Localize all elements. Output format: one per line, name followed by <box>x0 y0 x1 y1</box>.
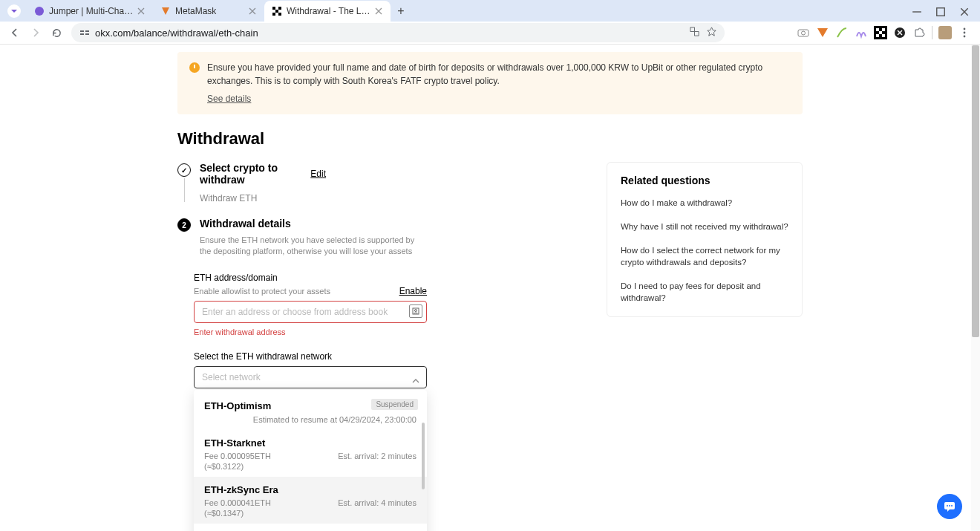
step-badge-done-icon <box>177 163 191 177</box>
related-questions-card: Related questions How do I make a withdr… <box>607 162 803 317</box>
network-placeholder: Select network <box>202 372 261 382</box>
chrome-tabstrip: Jumper | Multi-Chain Bridg MetaMask With… <box>0 0 980 22</box>
network-option-starknet[interactable]: ETH-Starknet Fee 0.000095ETH Est. arriva… <box>194 430 427 477</box>
step2-title: Withdrawal details <box>200 218 291 229</box>
svg-point-21 <box>964 28 966 30</box>
related-question[interactable]: Why have I still not received my withdra… <box>621 221 788 232</box>
svg-rect-11 <box>798 30 808 36</box>
profile-avatar[interactable] <box>938 26 952 39</box>
metamask-favicon-icon <box>160 6 171 16</box>
address-label: ETH address/domain <box>194 273 427 283</box>
svg-rect-17 <box>876 34 879 37</box>
svg-rect-7 <box>80 30 84 32</box>
dropdown-scrollbar[interactable] <box>422 423 425 489</box>
network-fee-usd: (≈$0.3122) <box>204 462 416 471</box>
maximize-icon[interactable] <box>935 7 946 17</box>
chrome-toolbar: okx.com/balance/withdrawal/eth-chain <box>0 22 980 45</box>
network-name: ETH-Starknet <box>204 437 265 449</box>
address-error: Enter withdrawal address <box>194 328 427 336</box>
network-name: ETH-zkSync Era <box>204 484 278 495</box>
new-tab-button[interactable]: + <box>391 1 411 22</box>
chevron-up-icon <box>412 374 419 382</box>
network-dropdown: ETH-Optimism Suspended Estimated to resu… <box>194 390 427 531</box>
address-book-icon[interactable] <box>409 304 422 318</box>
close-icon[interactable] <box>374 7 383 16</box>
url-text: okx.com/balance/withdrawal/eth-chain <box>95 27 258 39</box>
ext-grid-icon[interactable] <box>855 26 868 39</box>
svg-rect-18 <box>882 34 885 37</box>
step-select-crypto: Select crypto to withdraw Edit Withdraw … <box>177 162 326 203</box>
step2-description: Ensure the ETH network you have selected… <box>200 235 425 258</box>
tab-metamask[interactable]: MetaMask <box>153 1 264 22</box>
scrollbar-thumb[interactable] <box>972 45 979 337</box>
svg-rect-20 <box>938 26 952 39</box>
allowlist-hint: Enable allowlist to protect your assets <box>194 287 330 296</box>
notice-text: Ensure you have provided your full name … <box>207 62 762 86</box>
ext-camera-icon[interactable] <box>797 26 810 39</box>
see-details-link[interactable]: See details <box>207 92 251 105</box>
site-settings-icon[interactable] <box>79 27 91 39</box>
chat-support-button[interactable] <box>937 494 962 519</box>
related-question[interactable]: Do I need to pay fees for deposit and wi… <box>621 280 788 304</box>
close-window-icon[interactable] <box>959 7 970 17</box>
svg-point-12 <box>802 31 806 35</box>
page-title: Withdrawal <box>177 129 803 149</box>
translate-icon[interactable] <box>689 26 700 39</box>
step1-subtitle: Withdraw ETH <box>200 193 326 203</box>
svg-rect-5 <box>278 13 281 16</box>
address-field-block: ETH address/domain Enable allowlist to p… <box>194 273 427 336</box>
close-icon[interactable] <box>137 7 146 16</box>
extension-icons <box>797 26 976 39</box>
tab-title: Jumper | Multi-Chain Bridg <box>49 6 134 16</box>
back-button[interactable] <box>4 22 25 43</box>
network-option-zksync[interactable]: ETH-zkSync Era Fee 0.000041ETH Est. arri… <box>194 477 427 524</box>
window-controls <box>912 7 980 17</box>
tab-title: MetaMask <box>175 6 245 16</box>
related-question[interactable]: How do I select the correct network for … <box>621 244 788 268</box>
edit-crypto-link[interactable]: Edit <box>310 169 326 179</box>
address-input[interactable] <box>194 301 427 323</box>
ext-circle-icon[interactable] <box>893 26 906 39</box>
minimize-icon[interactable] <box>912 7 922 17</box>
compliance-notice: Ensure you have provided your full name … <box>177 52 803 114</box>
svg-point-23 <box>964 36 966 38</box>
svg-rect-1 <box>272 7 275 10</box>
browser-menu-icon[interactable] <box>7 4 21 18</box>
star-icon[interactable] <box>706 26 717 39</box>
forward-button[interactable] <box>25 22 46 43</box>
network-option-base[interactable]: ETH-Base <box>194 524 427 531</box>
network-name: ETH-Optimism <box>204 400 271 411</box>
svg-rect-10 <box>85 33 89 35</box>
resume-text: Estimated to resume at 04/29/2024, 23:00… <box>204 415 416 424</box>
network-option-optimism[interactable]: ETH-Optimism Suspended Estimated to resu… <box>194 393 427 430</box>
svg-rect-14 <box>876 28 879 31</box>
tab-jumper[interactable]: Jumper | Multi-Chain Bridg <box>27 1 153 22</box>
tab-title: Withdrawal - The Leading C <box>287 6 371 16</box>
chrome-menu-icon[interactable] <box>958 26 971 39</box>
svg-rect-15 <box>882 28 885 31</box>
reload-button[interactable] <box>46 22 67 43</box>
ext-metamask-icon[interactable] <box>816 26 829 39</box>
svg-rect-4 <box>272 13 275 16</box>
network-fee: Fee 0.000095ETH <box>204 452 271 460</box>
related-title: Related questions <box>621 175 788 186</box>
page-content: Ensure you have provided your full name … <box>0 45 980 531</box>
scrollbar-track[interactable] <box>971 45 980 531</box>
ext-okx-icon[interactable] <box>874 26 887 39</box>
okx-favicon-icon <box>272 6 282 16</box>
svg-rect-2 <box>278 7 281 10</box>
network-arrival: Est. arrival: 4 minutes <box>338 498 416 507</box>
svg-rect-9 <box>80 33 84 35</box>
address-bar[interactable]: okx.com/balance/withdrawal/eth-chain <box>71 23 725 42</box>
tab-withdrawal[interactable]: Withdrawal - The Leading C <box>264 1 391 22</box>
network-select[interactable]: Select network <box>194 366 427 388</box>
svg-point-25 <box>415 309 417 311</box>
step-connector <box>184 178 185 202</box>
related-question[interactable]: How do I make a withdrawal? <box>621 197 788 209</box>
close-icon[interactable] <box>248 7 257 16</box>
ext-quill-icon[interactable] <box>835 26 849 39</box>
enable-allowlist-link[interactable]: Enable <box>399 286 427 296</box>
ext-puzzle-icon[interactable] <box>912 26 926 39</box>
svg-rect-8 <box>85 30 89 32</box>
svg-point-29 <box>951 505 953 506</box>
